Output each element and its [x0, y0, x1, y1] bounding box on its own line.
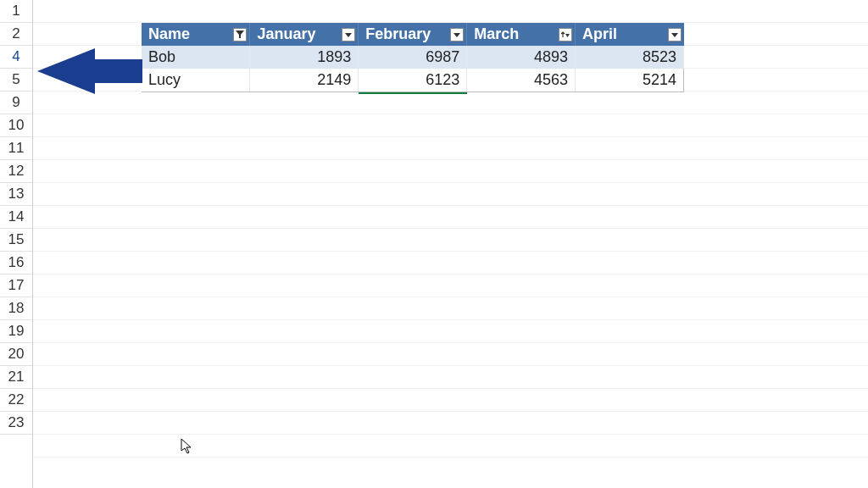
row-header[interactable]: 2	[0, 23, 32, 46]
cell-name[interactable]: Bob	[142, 46, 250, 69]
row-header[interactable]: 4	[0, 46, 32, 69]
row-header[interactable]: 17	[0, 274, 32, 297]
cell-value[interactable]: 1893	[250, 46, 359, 69]
cell-value[interactable]: 6987	[359, 46, 467, 69]
row-header[interactable]: 11	[0, 137, 32, 160]
cell-name[interactable]: Lucy	[142, 69, 250, 92]
cell-value[interactable]: 8523	[576, 46, 684, 69]
table-row[interactable]: Lucy 2149 6123 4563 5214	[142, 69, 684, 92]
filter-dropdown-icon[interactable]	[668, 28, 682, 42]
header-label: February	[365, 25, 431, 42]
row-header[interactable]: 12	[0, 160, 32, 183]
header-march[interactable]: March	[467, 23, 576, 46]
cells-area[interactable]: Name January February	[33, 0, 868, 488]
arrow-annotation-icon	[36, 47, 144, 96]
row-header[interactable]: 21	[0, 366, 32, 389]
mouse-cursor-icon	[181, 438, 194, 455]
row-header[interactable]: 15	[0, 229, 32, 252]
filter-dropdown-icon[interactable]	[342, 28, 355, 42]
row-header[interactable]: 13	[0, 183, 32, 206]
row-header[interactable]: 18	[0, 297, 32, 320]
row-header[interactable]: 9	[0, 92, 32, 114]
row-header[interactable]: 22	[0, 389, 32, 412]
filter-active-icon[interactable]	[233, 28, 247, 42]
row-header[interactable]: 5	[0, 69, 32, 92]
cell-value[interactable]: 4893	[467, 46, 576, 69]
cell-value[interactable]: 5214	[576, 69, 684, 92]
row-header[interactable]: 23	[0, 412, 32, 435]
row-headers: 1 2 4 5 9 10 11 12 13 14 15 16 17 18 19 …	[0, 0, 33, 488]
header-name[interactable]: Name	[142, 23, 250, 46]
header-january[interactable]: January	[250, 23, 359, 46]
row-header[interactable]: 16	[0, 252, 32, 274]
header-label: March	[474, 25, 519, 42]
cell-value[interactable]: 4563	[467, 69, 576, 92]
cell-value[interactable]: 2149	[250, 69, 359, 92]
row-header[interactable]: 19	[0, 320, 32, 343]
header-label: January	[257, 25, 315, 42]
header-february[interactable]: February	[359, 23, 467, 46]
row-header[interactable]: 20	[0, 343, 32, 366]
row-header[interactable]: 14	[0, 206, 32, 229]
header-label: Name	[148, 25, 190, 42]
row-header[interactable]: 1	[0, 0, 32, 23]
table-row[interactable]: Bob 1893 6987 4893 8523	[142, 46, 684, 69]
row-header[interactable]: 10	[0, 114, 32, 137]
cell-value[interactable]: 6123	[359, 69, 467, 92]
header-label: April	[582, 25, 617, 42]
data-table: Name January February	[142, 23, 684, 92]
header-april[interactable]: April	[576, 23, 684, 46]
filter-dropdown-icon[interactable]	[450, 28, 464, 42]
filter-sort-icon[interactable]	[559, 28, 572, 42]
